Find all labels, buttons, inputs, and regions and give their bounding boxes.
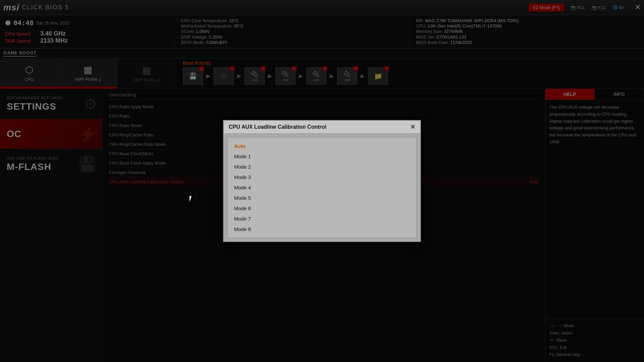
modal-option-mode7[interactable]: Mode 7 xyxy=(227,214,417,224)
modal-option-mode4[interactable]: Mode 4 xyxy=(227,182,417,193)
modal-body: Auto Mode 1 Mode 2 Mode 3 Mode 4 Mode 5 … xyxy=(224,134,420,241)
modal-option-mode6[interactable]: Mode 6 xyxy=(227,203,417,214)
modal-option-mode8[interactable]: Mode 8 xyxy=(227,224,417,234)
modal-dialog: CPU AUX Loadline Calibration Control ✕ A… xyxy=(223,120,421,242)
modal-overlay: CPU AUX Loadline Calibration Control ✕ A… xyxy=(0,0,644,362)
modal-option-mode3[interactable]: Mode 3 xyxy=(227,172,417,182)
modal-close-button[interactable]: ✕ xyxy=(410,123,415,131)
modal-option-mode5[interactable]: Mode 5 xyxy=(227,193,417,203)
modal-options-list: Auto Mode 1 Mode 2 Mode 3 Mode 4 Mode 5 … xyxy=(227,137,417,238)
modal-option-mode2[interactable]: Mode 2 xyxy=(227,162,417,172)
modal-header: CPU AUX Loadline Calibration Control ✕ xyxy=(224,121,420,134)
modal-option-mode1[interactable]: Mode 1 xyxy=(227,151,417,162)
modal-title: CPU AUX Loadline Calibration Control xyxy=(229,124,326,130)
modal-option-auto[interactable]: Auto xyxy=(227,141,417,151)
